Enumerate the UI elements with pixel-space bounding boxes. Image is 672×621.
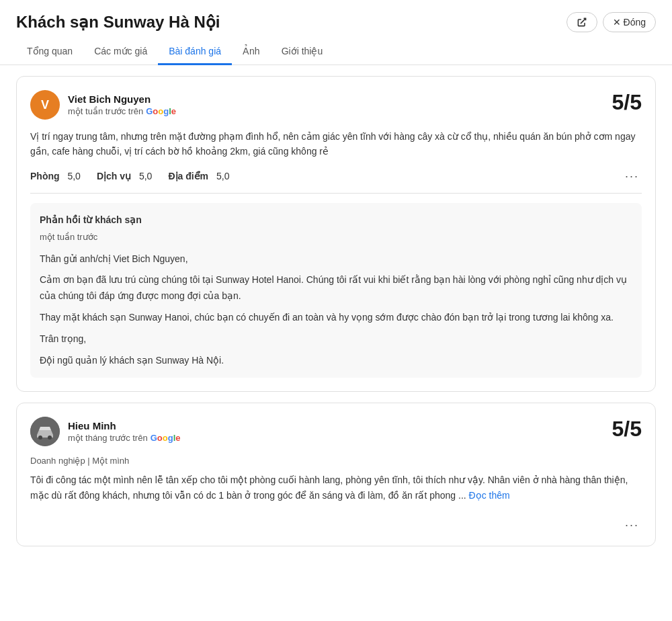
rating-score-1: 5/5 [612,90,642,115]
reviewer-name-1: Viet Bich Nguyen [68,93,176,105]
business-tag-2: Doanh nghiệp | Một mình [30,456,642,466]
reviewer-meta-1: một tuần trước trên Google [68,106,176,116]
response-greeting: Thân gửi anh/chị Viet Bich Nguyen, [40,251,632,267]
avatar-car-icon [30,417,60,446]
more-options-row-2: ··· [30,512,642,532]
svg-point-2 [48,436,52,440]
hotel-response-1: Phản hồi từ khách sạn một tuần trước Thâ… [30,203,642,378]
read-more-link[interactable]: Đọc thêm [469,490,510,501]
tab-anh[interactable]: Ảnh [232,39,271,65]
score-dia-diem: Địa điểm 5,0 [168,171,229,181]
score-phong: Phòng 5,0 [30,171,81,181]
external-link-icon [577,17,587,28]
review-header-2: Hieu Minh một tháng trước trên Google 5/… [30,417,642,446]
response-time-1: một tuần trước [40,230,632,245]
divider-1 [30,193,642,194]
score-dich-vu: Dịch vụ 5,0 [97,171,152,181]
review-header-1: V Viet Bich Nguyen một tuần trước trên G… [30,90,642,120]
response-para2: Thay mặt khách sạn Sunway Hanoi, chúc bạ… [40,310,632,326]
close-button[interactable]: ✕ Đóng [603,12,656,32]
reviews-container: V Viet Bich Nguyen một tuần trước trên G… [0,65,672,568]
page-title: Khách sạn Sunway Hà Nội [16,13,220,32]
tab-tong-quan[interactable]: Tổng quan [16,39,83,65]
response-para1: Cảm ơn bạn đã lưu trú cùng chúng tôi tại… [40,272,632,304]
nav-tabs: Tổng quan Các mức giá Bài đánh giá Ảnh G… [0,39,672,65]
avatar-2 [30,417,60,446]
google-logo-2: Google [151,433,181,443]
header-actions: ✕ Đóng [566,12,656,32]
close-icon: ✕ [613,17,621,28]
review-text-1: Vị trí ngay trung tâm, nhưng trên mặt đư… [30,129,642,159]
review-text-2: Tôi đi công tác một mình nên lễ tân xếp … [30,472,642,503]
response-signature: Đội ngũ quản lý khách sạn Sunway Hà Nội. [40,353,632,369]
reviewer-name-2: Hieu Minh [68,420,181,431]
external-link-button[interactable] [566,12,597,32]
response-closing: Trân trọng, [40,331,632,347]
more-options-1[interactable]: ··· [622,169,642,183]
rating-score-2: 5/5 [612,417,642,442]
tab-bai-danh-gia[interactable]: Bài đánh giá [158,39,232,65]
header: Khách sạn Sunway Hà Nội ✕ Đóng [0,0,672,39]
more-options-2[interactable]: ··· [622,518,642,532]
review-scores-1: Phòng 5,0 Dịch vụ 5,0 Địa điểm 5,0 ··· [30,169,642,183]
reviewer-info-2: Hieu Minh một tháng trước trên Google [30,417,181,446]
response-body-1: Thân gửi anh/chị Viet Bich Nguyen, Cảm ơ… [40,251,632,369]
review-card-1: V Viet Bich Nguyen một tuần trước trên G… [16,76,656,392]
tab-cac-muc-gia[interactable]: Các mức giá [83,39,158,65]
reviewer-meta-2: một tháng trước trên Google [68,433,181,443]
google-logo-1: Google [146,106,176,116]
close-label: Đóng [624,17,646,28]
reviewer-details-1: Viet Bich Nguyen một tuần trước trên Goo… [68,93,176,116]
reviewer-details-2: Hieu Minh một tháng trước trên Google [68,420,181,443]
tab-gioi-thieu[interactable]: Giới thiệu [271,39,334,65]
svg-point-1 [38,436,42,440]
reviewer-info-1: V Viet Bich Nguyen một tuần trước trên G… [30,90,176,120]
avatar-1: V [30,90,60,120]
review-card-2: Hieu Minh một tháng trước trên Google 5/… [16,403,656,546]
response-header-1: Phản hồi từ khách sạn [40,212,632,229]
page-container: Khách sạn Sunway Hà Nội ✕ Đóng Tổng quan… [0,0,672,621]
